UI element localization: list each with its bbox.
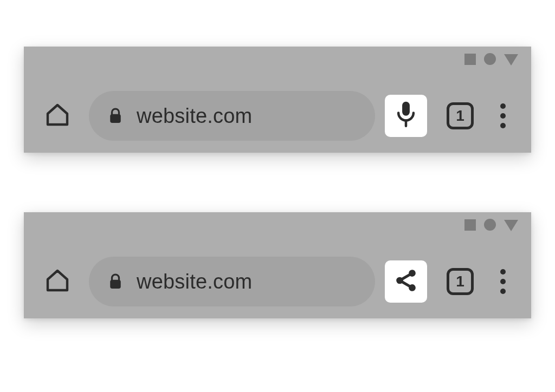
tabs-count: 1 — [456, 108, 464, 123]
status-triangle-icon — [504, 220, 518, 231]
status-indicators — [464, 53, 518, 65]
tabs-button[interactable]: 1 — [446, 267, 475, 296]
svg-rect-0 — [110, 114, 121, 123]
overflow-menu-button[interactable] — [492, 266, 514, 297]
menu-dot-icon — [500, 279, 506, 284]
home-icon — [44, 102, 70, 130]
status-square-icon — [464, 219, 476, 231]
voice-search-button[interactable] — [385, 95, 427, 137]
menu-dot-icon — [500, 103, 506, 109]
home-icon — [44, 267, 70, 296]
share-icon — [393, 268, 418, 295]
address-bar[interactable]: website.com — [89, 91, 375, 141]
tabs-frame-icon: 1 — [447, 268, 474, 295]
url-text: website.com — [137, 270, 252, 293]
lock-icon — [106, 107, 125, 125]
home-button[interactable] — [40, 264, 75, 299]
tabs-count: 1 — [456, 274, 464, 289]
menu-dot-icon — [500, 123, 506, 128]
svg-rect-1 — [402, 102, 410, 116]
share-button[interactable] — [385, 260, 427, 303]
svg-point-7 — [396, 277, 403, 284]
svg-point-6 — [409, 270, 416, 277]
svg-rect-3 — [110, 280, 121, 289]
overflow-menu-button[interactable] — [492, 101, 514, 131]
tabs-button[interactable]: 1 — [446, 101, 475, 130]
lock-icon — [106, 272, 125, 291]
url-text: website.com — [137, 104, 252, 128]
menu-dot-icon — [500, 113, 506, 119]
status-triangle-icon — [504, 54, 518, 66]
tabs-frame-icon: 1 — [447, 102, 474, 129]
menu-dot-icon — [500, 289, 506, 294]
svg-point-8 — [409, 284, 416, 291]
browser-toolbar-share: website.com 1 — [24, 212, 531, 318]
microphone-icon — [395, 101, 417, 131]
home-button[interactable] — [40, 99, 75, 133]
address-bar[interactable]: website.com — [89, 257, 375, 306]
status-circle-icon — [484, 219, 496, 231]
status-circle-icon — [484, 53, 496, 65]
browser-toolbar-mic: website.com 1 — [24, 47, 531, 153]
status-square-icon — [464, 54, 476, 65]
menu-dot-icon — [500, 269, 506, 275]
status-indicators — [464, 219, 518, 231]
